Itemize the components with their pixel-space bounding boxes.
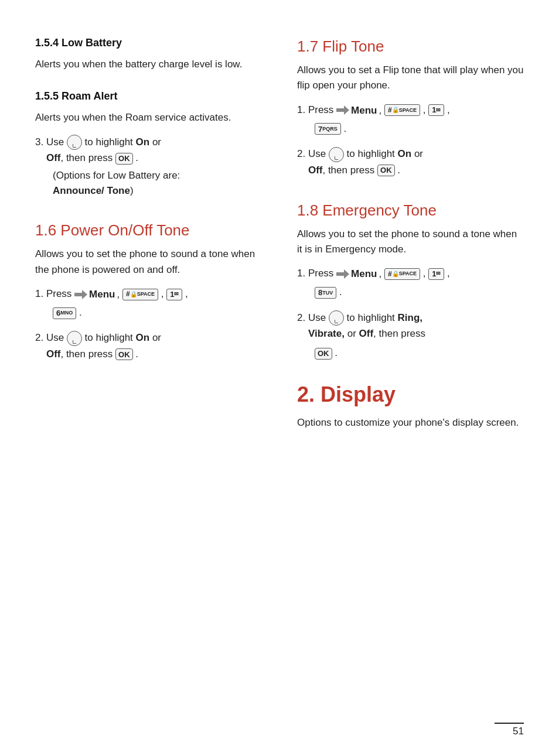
step-16-2-period: .: [135, 348, 138, 360]
menu-label-18: Menu: [351, 266, 377, 282]
step-16-1-subkey: 6MNO .: [53, 305, 262, 320]
section-155-title: 1.5.5 Roam Alert: [35, 88, 262, 104]
ok-key-2-icon: OK: [115, 348, 133, 360]
key-1-icon: 1✉: [166, 289, 182, 300]
right-column: 1.7 Flip Tone Allows you to set a Flip t…: [291, 35, 524, 439]
step-16-1: 1. Press Menu, #🔒SPACE , 1✉ , 6MNO .: [35, 286, 262, 320]
section-16-text: Allows you to set the phone to sound a t…: [35, 247, 262, 278]
ok-key-17-icon: OK: [377, 165, 395, 176]
section-2-title: 2. Display: [297, 379, 524, 411]
section-2-text: Options to customize your phone's displa…: [297, 415, 524, 430]
step-17-1: 1. Press Menu, #🔒SPACE , 1✉ , 7PQRS .: [297, 102, 524, 136]
page-number: 51: [513, 724, 524, 739]
page-layout: 1.5.4 Low Battery Alerts you when the ba…: [35, 35, 524, 439]
menu-label: Menu: [89, 286, 115, 302]
step-17-1-num: 1. Press: [297, 104, 336, 115]
step-17-2: 2. Use to highlight On or Off, then pres…: [297, 146, 524, 178]
menu-arrow-icon: [74, 290, 87, 299]
svg-marker-0: [74, 290, 87, 299]
step-18-1: 1. Press Menu, #🔒SPACE , 1✉ , 8TUV .: [297, 265, 524, 300]
key-8tuv-icon: 8TUV: [315, 287, 336, 299]
nav-circle-2-icon: [67, 331, 82, 346]
menu-btn-group: Menu,: [74, 286, 120, 302]
nav-circle-icon: [67, 135, 82, 150]
step-18-2-text: 2. Use: [297, 312, 329, 323]
step-18-2-period: .: [335, 347, 338, 358]
hash-key-icon: #🔒SPACE: [122, 289, 158, 300]
key-1-18-icon: 1✉: [428, 268, 444, 280]
step-18-2: 2. Use to highlight Ring, Vibrate, or Of…: [297, 310, 524, 361]
svg-marker-2: [336, 269, 349, 279]
section-17-title: 1.7 Flip Tone: [297, 35, 524, 58]
section-16-title: 1.6 Power On/Off Tone: [35, 219, 262, 242]
step-155-3-period: .: [135, 152, 138, 163]
ok-key-icon: OK: [115, 153, 133, 165]
nav-circle-18-icon: [329, 310, 344, 326]
svg-marker-1: [336, 105, 349, 115]
key-6mno-icon: 6MNO: [53, 307, 76, 319]
step-155-3-num: 3. Use: [35, 136, 67, 148]
step-16-2-text: 2. Use: [35, 332, 67, 343]
section-154-text: Alerts you when the battery charge level…: [35, 57, 262, 72]
section-18-text: Allows you to set the phone to sound a t…: [297, 227, 524, 258]
step-18-2-ok-row: OK .: [315, 345, 524, 361]
step-17-1-subkey: 7PQRS .: [315, 121, 524, 136]
step-18-1-subkey: 8TUV .: [315, 284, 524, 300]
section-155-text: Alerts you when the Roam service activat…: [35, 110, 262, 125]
section-154-title: 1.5.4 Low Battery: [35, 35, 262, 51]
key-7pqrs-icon: 7PQRS: [315, 123, 341, 135]
hash-key-17-icon: #🔒SPACE: [384, 104, 420, 116]
ok-key-18-icon: OK: [315, 348, 332, 360]
key-1-17-icon: 1✉: [428, 104, 444, 116]
menu-arrow-17-icon: [336, 105, 349, 115]
menu-btn-group-17: Menu,: [336, 102, 381, 118]
step-155-3: 3. Use to highlight On or Off, then pres…: [35, 134, 262, 199]
menu-btn-group-18: Menu,: [336, 266, 381, 282]
left-column: 1.5.4 Low Battery Alerts you when the ba…: [35, 35, 268, 439]
menu-label-17: Menu: [351, 102, 377, 118]
section-17-text: Allows you to set a Flip tone that will …: [297, 63, 524, 94]
step-16-1-num: 1. Press: [35, 288, 74, 299]
step-16-2: 2. Use to highlight On or Off, then pres…: [35, 330, 262, 362]
step-155-3-note: (Options for Low Battery are:Announce/ T…: [53, 168, 262, 198]
menu-arrow-18-icon: [336, 269, 349, 279]
hash-key-18-icon: #🔒SPACE: [384, 268, 420, 280]
nav-circle-17-icon: [329, 147, 344, 162]
step-17-2-text: 2. Use: [297, 148, 329, 159]
step-18-1-num: 1. Press: [297, 268, 336, 279]
section-18-title: 1.8 Emergency Tone: [297, 199, 524, 222]
step-17-2-period: .: [397, 165, 400, 176]
